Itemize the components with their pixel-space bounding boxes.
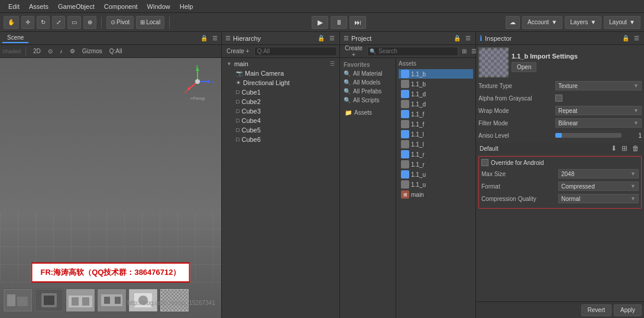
texture-type-dropdown[interactable]: Texture ▼ [555, 81, 642, 90]
hierarchy-item-camera[interactable]: 📷 Main Camera [222, 69, 339, 78]
asset-icon-1_r-1 [401, 150, 409, 158]
asset-item-1_u-2[interactable]: 1.1_u [399, 180, 473, 189]
scene-lock-btn[interactable]: 🔒 [199, 35, 209, 41]
hierarchy-menu-btn[interactable]: ☰ [328, 35, 336, 41]
hierarchy-label-cube6: Cube6 [241, 136, 260, 143]
format-dropdown[interactable]: Compressed ▼ [558, 181, 639, 191]
fav-all-material[interactable]: 🔍 All Material [340, 69, 396, 78]
hierarchy-item-light[interactable]: ☀ Directional Light [222, 78, 339, 87]
wrap-mode-dropdown[interactable]: Repeat ▼ [555, 106, 642, 115]
project-icons-btn[interactable]: ⊞ [461, 48, 468, 54]
cloud-btn[interactable]: ☁ [506, 16, 520, 29]
scale-tool-btn[interactable]: ⤢ [52, 16, 65, 29]
fav-all-models[interactable]: 🔍 All Models [340, 78, 396, 87]
asset-item-1_l-1[interactable]: 1.1_l [399, 129, 473, 139]
fav-all-scripts[interactable]: 🔍 All Scripts [340, 96, 396, 105]
scene-view[interactable]: z x y <Persp [0, 58, 221, 318]
hierarchy-item-cube2[interactable]: □ Cube2 [222, 97, 339, 106]
hierarchy-item-cube6[interactable]: □ Cube6 [222, 135, 339, 144]
hierarchy-lock-btn[interactable]: 🔒 [316, 35, 326, 41]
hand-tool-btn[interactable]: ✋ [4, 16, 19, 29]
gizmo-container: z x y <Persp [180, 64, 215, 99]
compression-value: Normal [561, 196, 580, 202]
search-all-btn[interactable]: Q:All [107, 47, 125, 55]
inspector-open-btn[interactable]: Open [512, 62, 536, 72]
menu-edit[interactable]: Edit [4, 2, 24, 11]
filter-mode-dropdown[interactable]: Bilinear ▼ [555, 118, 642, 128]
compression-dropdown[interactable]: Normal ▼ [558, 194, 639, 203]
svg-rect-15 [44, 296, 54, 305]
menu-assets[interactable]: Assets [24, 2, 53, 11]
aniso-slider[interactable] [555, 133, 622, 138]
thumb-svg-3 [67, 290, 94, 311]
menu-gameobject[interactable]: GameObject [53, 2, 99, 11]
menu-help[interactable]: Help [175, 2, 198, 11]
asset-thumb-svg [479, 48, 509, 77]
menu-window[interactable]: Window [143, 2, 175, 11]
hierarchy-item-cube5[interactable]: □ Cube5 [222, 125, 339, 135]
section-download-btn[interactable]: ⬇ [610, 144, 618, 152]
asset-item-1_d-2[interactable]: 1.1_d [399, 99, 473, 109]
apply-btn[interactable]: Apply [614, 304, 642, 316]
local-btn[interactable]: ⊞ Local [136, 16, 164, 29]
asset-item-1_d-1[interactable]: 1.1_d [399, 89, 473, 99]
scene-menu-btn[interactable]: ☰ [211, 35, 219, 41]
fav-material-icon: 🔍 [344, 70, 351, 77]
asset-item-1_r-1[interactable]: 1.1_r [399, 150, 473, 159]
hierarchy-search-input[interactable] [254, 47, 337, 56]
step-btn[interactable]: ⏭ [349, 16, 366, 29]
section-delete-btn[interactable]: 🗑 [631, 144, 640, 152]
assets-folder-item[interactable]: 📁 Assets [340, 108, 396, 117]
layers-btn[interactable]: Layers ▼ [565, 16, 601, 29]
rect-tool-btn[interactable]: ▭ [67, 16, 81, 29]
asset-item-1_u-1[interactable]: 1.1_u [399, 170, 473, 179]
section-copy-btn[interactable]: ⊞ [620, 144, 629, 152]
2d-btn[interactable]: 2D [31, 47, 43, 55]
asset-item-main[interactable]: ⊞ main [399, 190, 473, 199]
account-btn[interactable]: Account ▼ [522, 16, 562, 29]
rotate-tool-btn[interactable]: ↻ [37, 16, 50, 29]
pause-btn[interactable]: ⏸ [331, 16, 347, 29]
hierarchy-item-cube4[interactable]: □ Cube4 [222, 116, 339, 125]
max-size-dropdown[interactable]: 2048 ▼ [558, 169, 639, 179]
fav-all-prefabs[interactable]: 🔍 All Prefabs [340, 87, 396, 96]
hierarchy-item-cube3[interactable]: □ Cube3 [222, 106, 339, 116]
multi-tool-btn[interactable]: ⊕ [83, 16, 96, 29]
asset-label-1_u-2: 1.1_u [411, 181, 426, 188]
hierarchy-panel: ☰ Hierarchy 🔒 ☰ Create + ▼ main ☰ 📷 Main… [222, 32, 340, 318]
project-search-input[interactable] [376, 47, 456, 56]
hierarchy-create-btn[interactable]: Create + [224, 47, 252, 55]
asset-item-1_b-1[interactable]: 1.1_b [399, 69, 473, 79]
hierarchy-item-cube1[interactable]: □ Cube1 [222, 87, 339, 97]
play-btn[interactable]: ▶ [312, 16, 328, 29]
project-menu-btn[interactable]: ☰ [464, 35, 472, 41]
asset-item-1_f-1[interactable]: 1.1_f [399, 109, 473, 119]
effects-btn[interactable]: ⚙ [67, 47, 77, 55]
gizmos-btn[interactable]: Gizmos [80, 47, 105, 55]
inspector-menu-btn[interactable]: ☰ [633, 35, 640, 41]
revert-btn[interactable]: Revert [581, 304, 611, 316]
asset-item-1_r-2[interactable]: 1.1_r [399, 160, 473, 169]
move-tool-btn[interactable]: ✛ [21, 16, 34, 29]
lighting-btn[interactable]: ⊙ [46, 47, 55, 55]
hierarchy-item-main[interactable]: ▼ main ☰ [222, 59, 339, 69]
asset-item-1_l-2[interactable]: 1.1_l [399, 139, 473, 149]
override-checkbox[interactable] [481, 159, 488, 166]
inspector-lock-btn[interactable]: 🔒 [621, 35, 630, 41]
project-lock-btn[interactable]: 🔒 [452, 35, 462, 41]
filter-mode-row: Filter Mode Bilinear ▼ [478, 118, 642, 128]
layout-btn[interactable]: Layout ▼ [604, 16, 640, 29]
alpha-checkbox[interactable] [555, 95, 562, 102]
wrap-mode-arrow: ▼ [633, 108, 639, 113]
asset-item-1_f-2[interactable]: 1.1_f [399, 119, 473, 129]
layers-arrow-icon: ▼ [590, 19, 596, 25]
account-label: Account [528, 19, 549, 25]
favorites-header[interactable]: Favorites [340, 60, 396, 69]
project-create-btn[interactable]: Create + [342, 44, 365, 59]
asset-item-1_b-2[interactable]: 1.1_b [399, 79, 473, 89]
pivot-btn[interactable]: ⊙ Pivot [106, 16, 134, 29]
hierarchy-header-right: 🔒 ☰ [316, 35, 336, 41]
menu-component[interactable]: Component [99, 2, 143, 11]
audio-btn[interactable]: ♪ [57, 47, 65, 55]
scene-tab[interactable]: Scene [2, 33, 28, 43]
